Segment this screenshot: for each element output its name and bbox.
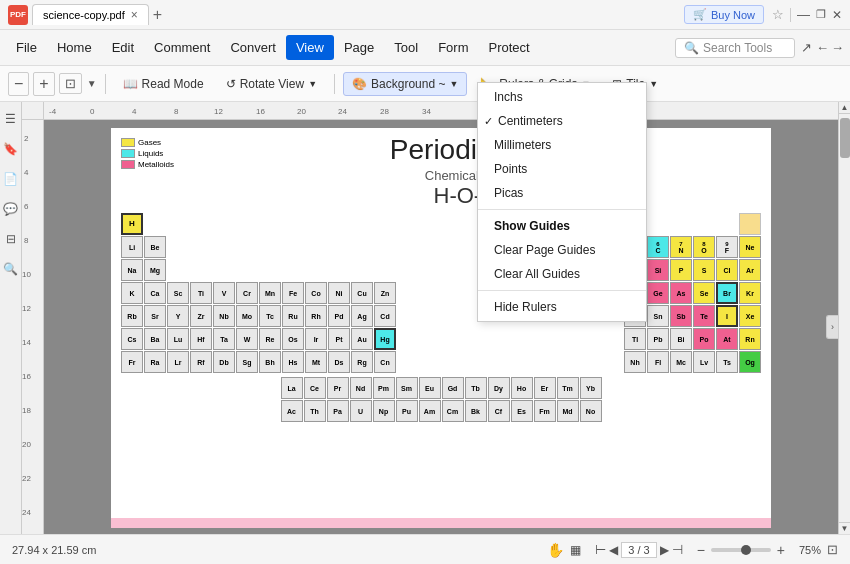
- element-Sc: Sc: [167, 282, 189, 304]
- collapse-arrow[interactable]: ›: [826, 315, 838, 339]
- scroll-down-button[interactable]: ▼: [839, 522, 851, 534]
- dropdown-item-centimeters[interactable]: Centimeters: [478, 109, 646, 133]
- zoom-slider[interactable]: [711, 548, 771, 552]
- close-button[interactable]: ✕: [832, 8, 842, 22]
- home-menu[interactable]: Home: [47, 35, 102, 60]
- dropdown-item-points[interactable]: Points: [478, 157, 646, 181]
- tool-menu[interactable]: Tool: [384, 35, 428, 60]
- zoom-level-display: 75%: [791, 544, 821, 556]
- convert-menu[interactable]: Convert: [220, 35, 286, 60]
- rotate-dropdown-icon[interactable]: ▼: [308, 79, 317, 89]
- sidebar-bookmark-icon[interactable]: 🔖: [2, 140, 20, 158]
- read-mode-button[interactable]: 📖 Read Mode: [114, 72, 213, 96]
- titlebar: PDF science-copy.pdf × + 🛒 Buy Now ☆ — ❐…: [0, 0, 850, 30]
- search-tools-box[interactable]: 🔍 Search Tools: [675, 38, 795, 58]
- sidebar-pages-icon[interactable]: 📄: [2, 170, 20, 188]
- dropdown-item-millimeters[interactable]: Millimeters: [478, 133, 646, 157]
- comment-menu[interactable]: Comment: [144, 35, 220, 60]
- element-Ar: Ar: [739, 259, 761, 281]
- hand-tool-icon[interactable]: ✋: [547, 542, 564, 558]
- element-Fl: Fl: [647, 351, 669, 373]
- element-Lu: Lu: [167, 328, 189, 350]
- fit-button[interactable]: ⊡: [59, 73, 82, 94]
- page-dimensions: 27.94 x 21.59 cm: [12, 544, 96, 556]
- zoom-plus-button[interactable]: +: [777, 542, 785, 558]
- element-Pt: Pt: [328, 328, 350, 350]
- sidebar-layers-icon[interactable]: ⊟: [2, 230, 20, 248]
- element-Re: Re: [259, 328, 281, 350]
- fit-page-button[interactable]: ⊡: [827, 542, 838, 557]
- points-label: Points: [494, 162, 527, 176]
- form-menu[interactable]: Form: [428, 35, 478, 60]
- edit-menu[interactable]: Edit: [102, 35, 144, 60]
- element-Hg: Hg: [374, 328, 396, 350]
- zoom-thumb[interactable]: [741, 545, 751, 555]
- fit-dropdown-icon[interactable]: ▼: [87, 78, 97, 89]
- element-N: 7N: [670, 236, 692, 258]
- rotate-view-button[interactable]: ↺ Rotate View ▼: [217, 72, 326, 96]
- nav-controls: ⊢ ◀ 3 / 3 ▶ ⊣: [595, 542, 682, 558]
- dropdown-item-show-guides[interactable]: Show Guides: [478, 214, 646, 238]
- element-Sr: Sr: [144, 305, 166, 327]
- sidebar-hand-icon[interactable]: ☰: [2, 110, 20, 128]
- element-Ag: Ag: [351, 305, 373, 327]
- search-placeholder: Search Tools: [703, 41, 772, 55]
- background-icon: 🎨: [352, 77, 367, 91]
- element-Rf: Rf: [190, 351, 212, 373]
- protect-menu[interactable]: Protect: [478, 35, 539, 60]
- background-dropdown-icon[interactable]: ▼: [449, 79, 458, 89]
- nav-back-icon[interactable]: ←: [816, 40, 829, 55]
- element-At: At: [716, 328, 738, 350]
- dropdown-item-clear-page-guides[interactable]: Clear Page Guides: [478, 238, 646, 262]
- element-Nd: Nd: [350, 377, 372, 399]
- view-menu[interactable]: View: [286, 35, 334, 60]
- dropdown-item-inchs[interactable]: Inchs: [478, 85, 646, 109]
- nav-fwd-icon[interactable]: →: [831, 40, 844, 55]
- sidebar-search-icon[interactable]: 🔍: [2, 260, 20, 278]
- pdf-viewport[interactable]: Gases Liquids Metalloids: [44, 120, 838, 534]
- next-page-button[interactable]: ▶: [660, 543, 669, 557]
- background-button[interactable]: 🎨 Background ~ ▼: [343, 72, 467, 96]
- tab-close-icon[interactable]: ×: [131, 8, 138, 22]
- first-page-button[interactable]: ⊢: [595, 542, 606, 557]
- element-Bk: Bk: [465, 400, 487, 422]
- zoom-out-button[interactable]: −: [8, 72, 29, 96]
- element-Og: Og: [739, 351, 761, 373]
- zoom-in-button[interactable]: +: [33, 72, 54, 96]
- dropdown-section-guides: Show Guides Clear Page Guides Clear All …: [478, 212, 646, 288]
- scroll-thumb[interactable]: [840, 118, 850, 158]
- active-tab[interactable]: science-copy.pdf ×: [32, 4, 149, 25]
- prev-page-button[interactable]: ◀: [609, 543, 618, 557]
- tile-dropdown-icon[interactable]: ▼: [649, 79, 658, 89]
- dropdown-item-hide-rulers[interactable]: Hide Rulers: [478, 295, 646, 319]
- zoom-minus-button[interactable]: −: [697, 542, 705, 558]
- add-tab-button[interactable]: +: [153, 6, 162, 24]
- element-Ba: Ba: [144, 328, 166, 350]
- scroll-up-button[interactable]: ▲: [839, 102, 851, 114]
- minimize-button[interactable]: —: [797, 7, 810, 22]
- menubar: File Home Edit Comment Convert View Page…: [0, 30, 850, 66]
- sidebar-comment-icon[interactable]: 💬: [2, 200, 20, 218]
- element-Ta: Ta: [213, 328, 235, 350]
- element-Ir: Ir: [305, 328, 327, 350]
- element-Ts: Ts: [716, 351, 738, 373]
- element-Sm: Sm: [396, 377, 418, 399]
- top-ruler: -4 0 4 8 12 16 20 24 28 34: [22, 102, 838, 120]
- restore-button[interactable]: ❐: [816, 8, 826, 21]
- element-Nh: Nh: [624, 351, 646, 373]
- select-tool-icon[interactable]: ▦: [570, 543, 581, 557]
- file-menu[interactable]: File: [6, 35, 47, 60]
- dropdown-item-clear-all-guides[interactable]: Clear All Guides: [478, 262, 646, 286]
- element-U: U: [350, 400, 372, 422]
- buy-now-button[interactable]: 🛒 Buy Now: [684, 5, 764, 24]
- element-Hs: Hs: [282, 351, 304, 373]
- dropdown-item-picas[interactable]: Picas: [478, 181, 646, 205]
- element-Fr: Fr: [121, 351, 143, 373]
- element-placeholder: [739, 213, 761, 235]
- page-menu[interactable]: Page: [334, 35, 384, 60]
- dropdown-section-rulers: Hide Rulers: [478, 293, 646, 321]
- vertical-scrollbar[interactable]: ▲ ▼: [838, 102, 850, 534]
- element-Ne: Ne: [739, 236, 761, 258]
- external-link-icon[interactable]: ↗: [801, 40, 812, 55]
- last-page-button[interactable]: ⊣: [672, 542, 683, 557]
